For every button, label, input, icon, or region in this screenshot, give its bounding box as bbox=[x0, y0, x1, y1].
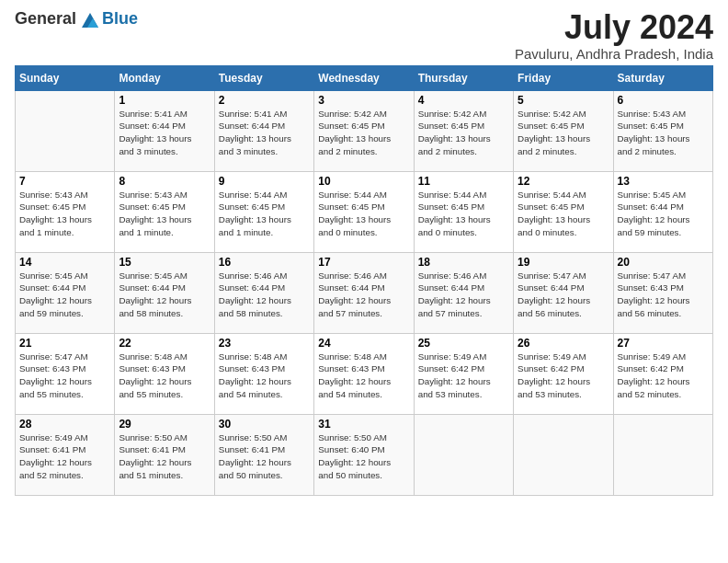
calendar-cell-w4-d4 bbox=[414, 414, 513, 495]
logo-blue: Blue bbox=[102, 9, 138, 29]
col-header-saturday: Saturday bbox=[613, 65, 712, 90]
day-number: 6 bbox=[618, 94, 709, 107]
day-info: Sunrise: 5:42 AM Sunset: 6:45 PM Dayligh… bbox=[318, 108, 409, 158]
calendar-cell-w2-d0: 14Sunrise: 5:45 AM Sunset: 6:44 PM Dayli… bbox=[16, 252, 115, 333]
calendar-cell-w4-d5 bbox=[514, 414, 613, 495]
calendar-table: SundayMondayTuesdayWednesdayThursdayFrid… bbox=[15, 65, 713, 496]
day-info: Sunrise: 5:49 AM Sunset: 6:41 PM Dayligh… bbox=[19, 431, 110, 482]
day-number: 24 bbox=[318, 337, 409, 350]
calendar-cell-w3-d3: 24Sunrise: 5:48 AM Sunset: 6:43 PM Dayli… bbox=[314, 333, 414, 414]
day-number: 26 bbox=[518, 337, 609, 350]
calendar-cell-w3-d4: 25Sunrise: 5:49 AM Sunset: 6:42 PM Dayli… bbox=[414, 333, 513, 414]
calendar-cell-w2-d5: 19Sunrise: 5:47 AM Sunset: 6:44 PM Dayli… bbox=[514, 252, 613, 333]
day-info: Sunrise: 5:44 AM Sunset: 6:45 PM Dayligh… bbox=[418, 189, 509, 239]
day-number: 7 bbox=[19, 175, 110, 188]
calendar-cell-w4-d1: 29Sunrise: 5:50 AM Sunset: 6:41 PM Dayli… bbox=[115, 414, 214, 495]
day-info: Sunrise: 5:50 AM Sunset: 6:41 PM Dayligh… bbox=[119, 431, 210, 482]
day-info: Sunrise: 5:49 AM Sunset: 6:42 PM Dayligh… bbox=[618, 350, 709, 401]
day-info: Sunrise: 5:43 AM Sunset: 6:45 PM Dayligh… bbox=[119, 189, 210, 239]
calendar-cell-w0-d2: 2Sunrise: 5:41 AM Sunset: 6:44 PM Daylig… bbox=[214, 90, 313, 171]
day-info: Sunrise: 5:44 AM Sunset: 6:45 PM Dayligh… bbox=[219, 189, 310, 239]
day-number: 21 bbox=[19, 337, 110, 350]
calendar-cell-w0-d3: 3Sunrise: 5:42 AM Sunset: 6:45 PM Daylig… bbox=[314, 90, 414, 171]
calendar-cell-w1-d4: 11Sunrise: 5:44 AM Sunset: 6:45 PM Dayli… bbox=[414, 171, 513, 252]
calendar-cell-w4-d3: 31Sunrise: 5:50 AM Sunset: 6:40 PM Dayli… bbox=[314, 414, 414, 495]
calendar-cell-w1-d5: 12Sunrise: 5:44 AM Sunset: 6:45 PM Dayli… bbox=[514, 171, 613, 252]
day-info: Sunrise: 5:45 AM Sunset: 6:44 PM Dayligh… bbox=[119, 270, 210, 320]
day-info: Sunrise: 5:42 AM Sunset: 6:45 PM Dayligh… bbox=[518, 108, 609, 158]
page-header: General Blue July 2024 Pavuluru, Andhra … bbox=[15, 9, 713, 62]
day-info: Sunrise: 5:47 AM Sunset: 6:43 PM Dayligh… bbox=[618, 270, 709, 320]
calendar-cell-w1-d6: 13Sunrise: 5:45 AM Sunset: 6:44 PM Dayli… bbox=[613, 171, 712, 252]
title-area: July 2024 Pavuluru, Andhra Pradesh, Indi… bbox=[515, 9, 713, 62]
col-header-sunday: Sunday bbox=[16, 65, 115, 90]
col-header-tuesday: Tuesday bbox=[214, 65, 313, 90]
day-number: 8 bbox=[119, 175, 210, 188]
calendar-cell-w3-d0: 21Sunrise: 5:47 AM Sunset: 6:43 PM Dayli… bbox=[16, 333, 115, 414]
col-header-thursday: Thursday bbox=[414, 65, 513, 90]
day-info: Sunrise: 5:48 AM Sunset: 6:43 PM Dayligh… bbox=[219, 350, 310, 401]
day-info: Sunrise: 5:49 AM Sunset: 6:42 PM Dayligh… bbox=[418, 350, 509, 401]
calendar-cell-w0-d4: 4Sunrise: 5:42 AM Sunset: 6:45 PM Daylig… bbox=[414, 90, 513, 171]
calendar-cell-w3-d1: 22Sunrise: 5:48 AM Sunset: 6:43 PM Dayli… bbox=[115, 333, 214, 414]
day-number: 17 bbox=[318, 256, 409, 269]
calendar-cell-w1-d2: 9Sunrise: 5:44 AM Sunset: 6:45 PM Daylig… bbox=[214, 171, 313, 252]
calendar-cell-w4-d6 bbox=[613, 414, 712, 495]
day-info: Sunrise: 5:45 AM Sunset: 6:44 PM Dayligh… bbox=[19, 270, 110, 320]
day-info: Sunrise: 5:44 AM Sunset: 6:45 PM Dayligh… bbox=[518, 189, 609, 239]
day-number: 23 bbox=[219, 337, 310, 350]
day-number: 20 bbox=[618, 256, 709, 269]
day-info: Sunrise: 5:41 AM Sunset: 6:44 PM Dayligh… bbox=[219, 108, 310, 158]
day-number: 4 bbox=[418, 94, 509, 107]
day-number: 3 bbox=[318, 94, 409, 107]
calendar-cell-w0-d5: 5Sunrise: 5:42 AM Sunset: 6:45 PM Daylig… bbox=[514, 90, 613, 171]
day-number: 15 bbox=[119, 256, 210, 269]
day-info: Sunrise: 5:44 AM Sunset: 6:45 PM Dayligh… bbox=[318, 189, 409, 239]
logo-general: General bbox=[15, 9, 76, 29]
calendar-cell-w2-d6: 20Sunrise: 5:47 AM Sunset: 6:43 PM Dayli… bbox=[613, 252, 712, 333]
day-info: Sunrise: 5:48 AM Sunset: 6:43 PM Dayligh… bbox=[318, 350, 409, 401]
calendar-cell-w0-d1: 1Sunrise: 5:41 AM Sunset: 6:44 PM Daylig… bbox=[115, 90, 214, 171]
day-info: Sunrise: 5:42 AM Sunset: 6:45 PM Dayligh… bbox=[418, 108, 509, 158]
day-number: 13 bbox=[618, 175, 709, 188]
day-info: Sunrise: 5:48 AM Sunset: 6:43 PM Dayligh… bbox=[119, 350, 210, 401]
day-number: 11 bbox=[418, 175, 509, 188]
day-info: Sunrise: 5:50 AM Sunset: 6:41 PM Dayligh… bbox=[219, 431, 310, 482]
calendar-cell-w4-d2: 30Sunrise: 5:50 AM Sunset: 6:41 PM Dayli… bbox=[214, 414, 313, 495]
location-title: Pavuluru, Andhra Pradesh, India bbox=[515, 46, 713, 62]
calendar-cell-w1-d0: 7Sunrise: 5:43 AM Sunset: 6:45 PM Daylig… bbox=[16, 171, 115, 252]
day-number: 31 bbox=[318, 418, 409, 431]
day-number: 18 bbox=[418, 256, 509, 269]
day-number: 9 bbox=[219, 175, 310, 188]
day-number: 25 bbox=[418, 337, 509, 350]
day-number: 28 bbox=[19, 418, 110, 431]
day-info: Sunrise: 5:47 AM Sunset: 6:44 PM Dayligh… bbox=[518, 270, 609, 320]
logo: General Blue bbox=[15, 9, 138, 29]
calendar-cell-w3-d5: 26Sunrise: 5:49 AM Sunset: 6:42 PM Dayli… bbox=[514, 333, 613, 414]
day-info: Sunrise: 5:43 AM Sunset: 6:45 PM Dayligh… bbox=[19, 189, 110, 239]
day-number: 2 bbox=[219, 94, 310, 107]
calendar-cell-w1-d1: 8Sunrise: 5:43 AM Sunset: 6:45 PM Daylig… bbox=[115, 171, 214, 252]
calendar-cell-w3-d6: 27Sunrise: 5:49 AM Sunset: 6:42 PM Dayli… bbox=[613, 333, 712, 414]
day-number: 10 bbox=[318, 175, 409, 188]
day-number: 14 bbox=[19, 256, 110, 269]
day-info: Sunrise: 5:49 AM Sunset: 6:42 PM Dayligh… bbox=[518, 350, 609, 401]
day-info: Sunrise: 5:46 AM Sunset: 6:44 PM Dayligh… bbox=[219, 270, 310, 320]
day-number: 5 bbox=[518, 94, 609, 107]
calendar-cell-w2-d1: 15Sunrise: 5:45 AM Sunset: 6:44 PM Dayli… bbox=[115, 252, 214, 333]
calendar-cell-w2-d3: 17Sunrise: 5:46 AM Sunset: 6:44 PM Dayli… bbox=[314, 252, 414, 333]
calendar-cell-w1-d3: 10Sunrise: 5:44 AM Sunset: 6:45 PM Dayli… bbox=[314, 171, 414, 252]
day-number: 22 bbox=[119, 337, 210, 350]
day-info: Sunrise: 5:50 AM Sunset: 6:40 PM Dayligh… bbox=[318, 431, 409, 482]
day-number: 29 bbox=[119, 418, 210, 431]
day-number: 19 bbox=[518, 256, 609, 269]
day-info: Sunrise: 5:46 AM Sunset: 6:44 PM Dayligh… bbox=[318, 270, 409, 320]
calendar-cell-w0-d0 bbox=[16, 90, 115, 171]
day-number: 16 bbox=[219, 256, 310, 269]
calendar-cell-w2-d4: 18Sunrise: 5:46 AM Sunset: 6:44 PM Dayli… bbox=[414, 252, 513, 333]
calendar-cell-w2-d2: 16Sunrise: 5:46 AM Sunset: 6:44 PM Dayli… bbox=[214, 252, 313, 333]
day-number: 12 bbox=[518, 175, 609, 188]
calendar-cell-w3-d2: 23Sunrise: 5:48 AM Sunset: 6:43 PM Dayli… bbox=[214, 333, 313, 414]
month-title: July 2024 bbox=[515, 9, 713, 46]
col-header-wednesday: Wednesday bbox=[314, 65, 414, 90]
